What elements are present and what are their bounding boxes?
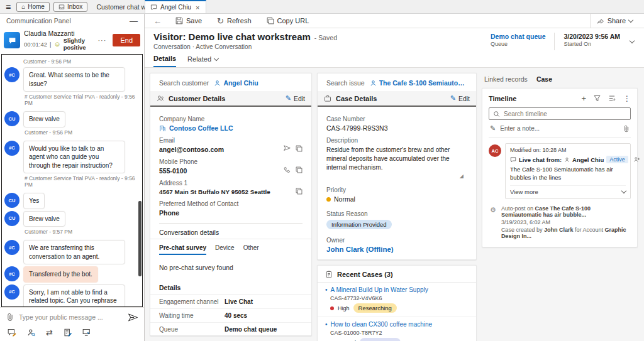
public-message-input[interactable]	[19, 313, 123, 321]
back-button[interactable]: ←	[148, 16, 167, 26]
copy-icon[interactable]	[296, 145, 303, 152]
timeline-search-box[interactable]	[489, 107, 631, 120]
recent-case-link[interactable]: How to clean CX300 coffee machine	[331, 321, 433, 328]
session-more-icon[interactable]: ···	[95, 36, 109, 44]
recent-case-status-pill: Researching	[353, 303, 397, 313]
message-bubble: Would you like to talk to an agent who c…	[23, 141, 125, 174]
owner-link[interactable]: John Clark (Offline)	[326, 246, 467, 253]
end-conversation-button[interactable]: End	[113, 34, 140, 46]
tab-prechat-survey[interactable]: Pre-chat survey	[159, 244, 206, 255]
mobile-phone-value[interactable]: 555-0100	[159, 167, 284, 175]
priority-value[interactable]: Normal	[326, 195, 467, 203]
edit-customer-button[interactable]: ✎ Edit	[286, 94, 305, 102]
save-icon	[175, 17, 183, 24]
filter-icon[interactable]	[594, 95, 601, 102]
form-selector[interactable]: Active Conversation	[196, 43, 252, 50]
person-icon	[370, 80, 377, 87]
preferred-contact-value[interactable]: Phone	[159, 209, 303, 217]
tab-details[interactable]: Details	[153, 55, 176, 67]
description-value[interactable]: Residue from the customer's brew and oth…	[326, 146, 467, 172]
autopost-prefix: Auto-post on	[501, 205, 533, 212]
transfer-icon[interactable]: ⇄	[46, 328, 53, 337]
customer-card: Search customer Angel Chiu Customer Deta…	[150, 73, 312, 336]
queue-value-link[interactable]: Demo chat queue	[491, 33, 546, 40]
customer-details-icon	[157, 95, 164, 102]
save-button[interactable]: Save	[169, 14, 208, 28]
send-email-icon[interactable]	[284, 145, 291, 151]
view-more-toggle[interactable]: View more	[510, 185, 626, 195]
form-header-chevron-icon[interactable]	[630, 38, 635, 43]
consult-icon[interactable]	[27, 328, 35, 337]
chat-scrollbar[interactable]	[138, 201, 142, 276]
linked-records-case-tab[interactable]: Case	[536, 75, 552, 83]
notes-icon[interactable]	[64, 328, 72, 337]
person-icon	[214, 80, 221, 87]
customer-lookup[interactable]: Angel Chiu	[214, 79, 258, 87]
share-button[interactable]: Share	[590, 14, 639, 28]
tab-other[interactable]: Other	[243, 244, 259, 255]
row-value: Demo chat queue	[225, 326, 277, 333]
send-icon[interactable]	[128, 313, 138, 322]
company-name-value: Contoso Coffee LLC	[169, 124, 233, 132]
recent-case-link[interactable]: A Mineral Build Up in Water Supply	[331, 286, 428, 293]
attach-icon[interactable]	[6, 313, 14, 322]
started-on-label: Started On	[564, 41, 620, 47]
copy-icon[interactable]	[296, 166, 303, 173]
chat-bubble-icon	[8, 36, 16, 45]
resize-handle-icon[interactable]: ◢	[326, 172, 467, 179]
detail-row-queue: Queue Demo chat queue	[150, 323, 311, 336]
address-value[interactable]: 4567 Main St Buffalo NY 95052 Seattle	[159, 188, 296, 195]
add-timeline-record-icon[interactable]: +	[581, 94, 586, 103]
attach-icon[interactable]	[623, 125, 630, 133]
chat-channel-avatar	[4, 32, 20, 48]
timeline-entry-autopost[interactable]: ⚙ Auto-post on Case The Cafe S-100 Semia…	[489, 205, 631, 242]
minimize-panel-icon[interactable]: —	[130, 16, 138, 26]
chat-transcript[interactable]: Customer - 9:56 PM #C Great. What seems …	[1, 54, 143, 307]
timeline-search-input[interactable]	[504, 111, 626, 117]
bot-avatar: #C	[4, 141, 19, 156]
enter-note-field[interactable]: ✎ Enter a note...	[489, 120, 631, 138]
case-number-value: CAS-47999-R9S3N3	[326, 124, 467, 132]
refresh-button[interactable]: ↻ Refresh	[211, 14, 257, 28]
company-name-link[interactable]: Contoso Coffee LLC	[159, 124, 303, 132]
call-icon[interactable]	[284, 166, 291, 173]
row-label: Engagement channel	[159, 298, 225, 305]
case-card: Search issue The Cafe S-100 Semiautomati…	[317, 73, 477, 260]
inbox-label: Inbox	[67, 3, 82, 10]
edit-case-button[interactable]: ✎ Edit	[450, 94, 470, 102]
quick-replies-icon[interactable]	[8, 328, 16, 337]
timeline-more-icon[interactable]: ⋮	[623, 94, 631, 103]
tab-close-icon[interactable]: ×	[194, 4, 201, 11]
recent-case-item[interactable]: • How to clean CX300 coffee machine CAS-…	[318, 317, 476, 341]
status-reason-pill[interactable]: Information Provided	[326, 220, 392, 229]
timeline-entry-livechat[interactable]: AC Modified on: 10:28 AM Live chat from:…	[489, 143, 631, 199]
inbox-button[interactable]: Inbox	[53, 2, 87, 12]
edit-label: Edit	[294, 95, 305, 102]
case-lookup[interactable]: The Cafe S-100 Semiautomatic has air bu.…	[370, 79, 467, 87]
entry-contact-link[interactable]: Angel Chiu	[572, 156, 604, 163]
email-value[interactable]: angel@contoso.com	[159, 146, 284, 153]
sentiment-label: Slightly positive	[64, 37, 92, 51]
home-button[interactable]: ⌂ Home	[16, 2, 50, 12]
tab-related[interactable]: Related	[187, 55, 218, 67]
tab-device[interactable]: Device	[215, 244, 235, 255]
session-timer: 00:01:42	[24, 41, 47, 48]
recent-case-priority: High	[338, 305, 350, 311]
conversation-details-tabs: Pre-chat survey Device Other	[150, 239, 311, 255]
row-label: Queue	[159, 326, 225, 333]
hamburger-menu-icon[interactable]: ≡	[4, 2, 13, 12]
session-tab-angel-chiu[interactable]: Angel Chiu ×	[145, 0, 206, 13]
copy-icon[interactable]	[296, 188, 303, 195]
building-icon	[159, 125, 166, 132]
expand-records-icon[interactable]	[608, 95, 616, 102]
customer-avatar: CU	[4, 193, 19, 208]
assign-icon[interactable]	[633, 156, 640, 163]
message-meta: Customer - 9:56 PM	[25, 129, 72, 136]
cobrowse-icon[interactable]	[82, 328, 91, 337]
chat-message-bot: #C Sorry, I am not able to find a relate…	[4, 284, 138, 308]
entity-label: Conversation	[153, 43, 191, 50]
copy-url-button[interactable]: Copy URL	[260, 14, 316, 28]
autopost-text: for Account	[575, 227, 603, 233]
recent-case-item[interactable]: • A Mineral Build Up in Water Supply CAS…	[318, 283, 476, 317]
entry-body: The Cafe S-100 Semiautomatic has air bub…	[510, 166, 626, 182]
